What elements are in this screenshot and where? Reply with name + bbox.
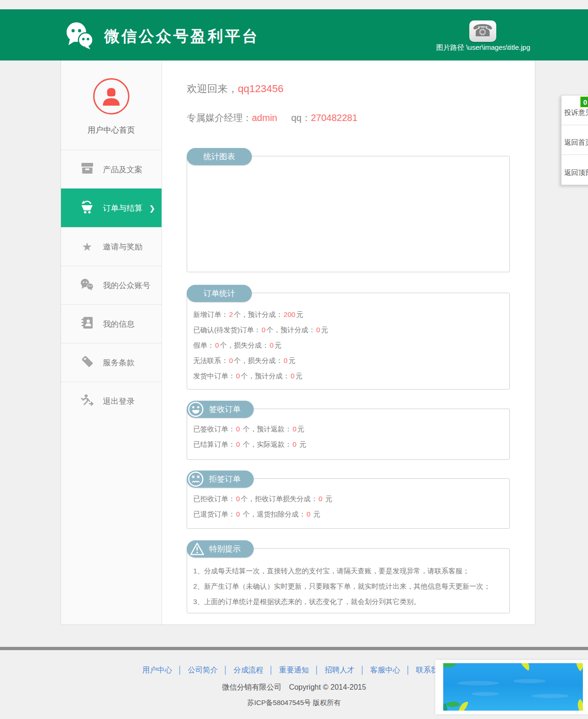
page: 微信公众号盈利平台 图片路径 \user\images\title.jpg 用户… bbox=[0, 0, 588, 719]
section-title-pill: 订单统计 bbox=[187, 285, 252, 302]
link-separator bbox=[360, 666, 365, 674]
sidebar-item-orders-settlement[interactable]: 订单与结算 ❯ bbox=[61, 188, 162, 227]
content-container: 用户中心首页 产品及文案 bbox=[61, 60, 535, 625]
star-icon bbox=[80, 240, 95, 254]
site-logo[interactable]: 微信公众号盈利平台 bbox=[64, 21, 259, 51]
contact-card-icon bbox=[80, 316, 95, 331]
sidebar-item-terms-of-service[interactable]: 服务条款 bbox=[61, 343, 162, 382]
warning-icon bbox=[189, 542, 205, 558]
section-title-pill: 拒签订单 bbox=[187, 470, 254, 488]
sidebar-item-label: 订单与结算 bbox=[103, 203, 142, 214]
link-separator bbox=[178, 666, 182, 674]
sidebar-item-label: 我的信息 bbox=[103, 319, 135, 329]
manager-name: admin bbox=[252, 113, 277, 123]
stat-row: 已结算订单：0 个，实际返款：0 元 bbox=[193, 437, 505, 452]
quick-side-menu: 0 投诉意见 返回首页 返回顶部 bbox=[561, 95, 588, 185]
leaf-decoration bbox=[443, 663, 456, 671]
link-separator bbox=[406, 666, 411, 674]
stat-row: 无法联系：0个，损失分成：0元 bbox=[193, 353, 505, 368]
sidebar: 用户中心首页 产品及文案 bbox=[61, 60, 162, 625]
sidebar-item-label: 我的公众账号 bbox=[103, 280, 150, 291]
footer-divider-bar bbox=[0, 647, 588, 650]
wechat-logo-icon bbox=[64, 21, 95, 51]
welcome-message: 欢迎回来，qq123456 bbox=[187, 82, 284, 96]
tip-row: 2、新产生订单（未确认）实时更新，只要顾客下单，就实时统计出来，其他信息每天更新… bbox=[193, 578, 505, 594]
product-box-icon bbox=[80, 162, 95, 176]
stat-row: 已拒收订单：0个，拒收订单损失分成：0 元 bbox=[193, 491, 505, 506]
sidebar-home-label: 用户中心首页 bbox=[61, 125, 162, 135]
stat-row: 已确认(待发货)订单：0个，预计分成：0元 bbox=[193, 322, 505, 337]
stat-row: 已签收订单：0 个，预计返款：0元 bbox=[193, 421, 505, 437]
sidebar-item-my-official-accounts[interactable]: 我的公众账号 bbox=[61, 266, 162, 304]
user-avatar-icon bbox=[101, 86, 122, 107]
footer-link-commission-process[interactable]: 分成流程 bbox=[234, 666, 264, 674]
sidebar-item-user-center-home[interactable]: 用户中心首页 bbox=[61, 60, 162, 150]
avatar bbox=[93, 78, 129, 114]
cart-icon bbox=[80, 201, 95, 216]
tip-row: 3、上面的订单统计是根据状态来的，状态变化了，就会划分到其它类别。 bbox=[193, 594, 505, 609]
image-path-text: 图片路径 \user\images\title.jpg bbox=[436, 43, 530, 52]
sidebar-item-label: 服务条款 bbox=[103, 357, 135, 368]
chevron-right-icon: ❯ bbox=[149, 204, 155, 213]
link-separator bbox=[269, 666, 274, 674]
leaf-decoration bbox=[458, 700, 468, 711]
chart-panel bbox=[187, 156, 510, 272]
special-tips-panel: 1、分成每天结算一次，直接转入您的支付宝，请隔天查账，要是发现异常，请联系客服；… bbox=[187, 548, 510, 613]
header: 微信公众号盈利平台 图片路径 \user\images\title.jpg bbox=[0, 9, 588, 60]
manager-qq: 270482281 bbox=[311, 113, 358, 123]
link-separator bbox=[223, 666, 228, 674]
sidebar-item-label: 邀请与奖励 bbox=[103, 242, 142, 252]
sidebar-item-my-info[interactable]: 我的信息 bbox=[61, 304, 162, 343]
main-content: 欢迎回来，qq123456 专属媒介经理：adminqq：270482281 统… bbox=[162, 60, 535, 625]
section-title-pill: 签收订单 bbox=[187, 401, 254, 418]
leaf-decoration bbox=[571, 663, 583, 672]
telephone-icon bbox=[469, 20, 496, 42]
ad-image bbox=[443, 663, 583, 711]
notification-badge: 0 bbox=[580, 96, 588, 108]
happy-face-icon bbox=[188, 401, 204, 420]
sidebar-item-label: 产品及文案 bbox=[103, 164, 142, 175]
footer-link-recruiting[interactable]: 招聘人才 bbox=[325, 666, 355, 674]
quick-menu-back-home[interactable]: 返回首页 bbox=[561, 125, 588, 155]
manager-line: 专属媒介经理：adminqq：270482281 bbox=[187, 112, 358, 124]
section-title-pill: 统计图表 bbox=[187, 148, 252, 165]
quick-menu-back-top[interactable]: 返回顶部 bbox=[561, 155, 588, 185]
footer-link-service-center[interactable]: 客服中心 bbox=[371, 666, 400, 674]
sad-face-icon bbox=[188, 471, 204, 490]
tag-icon bbox=[80, 355, 95, 370]
footer-link-user-center[interactable]: 用户中心 bbox=[142, 666, 172, 674]
stat-row: 发货中订单：0个，预计分成：0元 bbox=[193, 368, 505, 383]
floating-ad-widget[interactable] bbox=[435, 660, 588, 714]
sidebar-item-invite-rewards[interactable]: 邀请与奖励 bbox=[61, 227, 162, 266]
leaf-decoration bbox=[446, 698, 460, 711]
stat-row: 假单：0个，损失分成：0元 bbox=[193, 337, 505, 353]
site-title: 微信公众号盈利平台 bbox=[104, 26, 259, 47]
leaf-decoration bbox=[574, 699, 583, 711]
tip-row: 1、分成每天结算一次，直接转入您的支付宝，请隔天查账，要是发现异常，请联系客服； bbox=[193, 563, 505, 578]
footer-link-company-intro[interactable]: 公司简介 bbox=[188, 666, 218, 674]
logout-icon bbox=[80, 394, 95, 409]
wechat-icon bbox=[80, 278, 95, 293]
order-stats-panel: 新增订单：2个，预计分成：200元 已确认(待发货)订单：0个，预计分成：0元 … bbox=[187, 293, 510, 390]
stat-row: 新增订单：2个，预计分成：200元 bbox=[193, 307, 505, 322]
stat-row: 已退货订单：0 个，退货扣除分成：0 元 bbox=[193, 506, 505, 522]
sidebar-item-logout[interactable]: 退出登录 bbox=[61, 382, 162, 420]
sidebar-item-products[interactable]: 产品及文案 bbox=[61, 150, 162, 188]
section-title-pill: 特别提示 bbox=[187, 540, 254, 558]
footer-link-important-notice[interactable]: 重要通知 bbox=[279, 666, 309, 674]
leaf-decoration bbox=[516, 663, 533, 671]
username: qq123456 bbox=[238, 83, 284, 94]
sidebar-item-label: 退出登录 bbox=[103, 396, 135, 407]
link-separator bbox=[315, 666, 319, 674]
